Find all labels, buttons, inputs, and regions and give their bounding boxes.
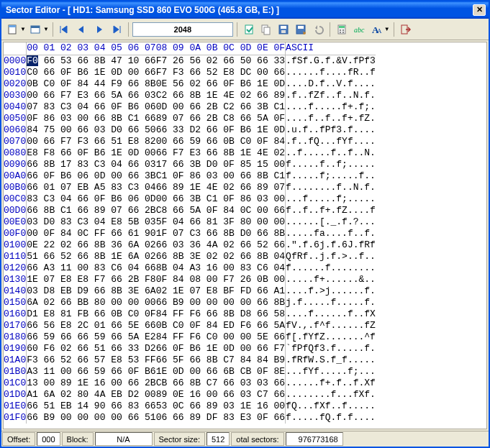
hex-row[interactable]: 0010C0 66 0F B6 1E 0D 00 66F7 F3 66 52 E… xyxy=(4,67,376,78)
ascii-cell[interactable]: f........f..N.f. xyxy=(286,182,376,193)
prev-sector-button[interactable] xyxy=(74,22,90,37)
hex-bytes-cell[interactable]: 66 33 D2 66 0F B6 1E 0D xyxy=(156,124,286,136)
hex-bytes-cell[interactable]: 13 00 89 1E 16 00 66 2B xyxy=(27,378,156,389)
hex-bytes-cell[interactable]: 0F 86 03 00 66 8B C1 66 xyxy=(27,113,156,124)
hex-row[interactable]: 019060 F6 02 66 51 66 33 D266 0F B6 1E 0… xyxy=(4,343,376,355)
hex-bytes-cell[interactable]: 66 59 66 66 59 66 5A E2 xyxy=(27,332,156,343)
sector-number-input[interactable] xyxy=(132,22,233,37)
new-button[interactable] xyxy=(4,22,20,37)
view-button[interactable] xyxy=(27,22,43,37)
hex-row[interactable]: 018066 59 66 66 59 66 5A E284 FF F6 C0 0… xyxy=(4,332,376,343)
hex-bytes-cell[interactable]: 00 0F 84 0C FF 66 61 90 xyxy=(27,228,156,239)
hex-bytes-cell[interactable]: 66 A3 11 00 83 C6 04 66 xyxy=(27,262,156,274)
hex-bytes-cell[interactable]: F7 26 56 02 66 50 66 33 xyxy=(156,55,286,68)
dropdown-icon[interactable]: ▼ xyxy=(20,26,26,32)
hex-row[interactable]: 01C013 00 89 1E 16 00 66 2BCB 66 8B C7 6… xyxy=(4,378,376,389)
copy-button[interactable] xyxy=(258,22,274,37)
hex-bytes-cell[interactable]: 66 51 EB 14 90 66 83 66 xyxy=(27,401,156,412)
hex-row[interactable]: 01301E 07 E8 E8 F7 66 2B F80F 84 08 00 F… xyxy=(4,274,376,285)
hex-row[interactable]: 006084 75 00 66 03 D0 66 5066 33 D2 66 0… xyxy=(4,124,376,136)
hex-bytes-cell[interactable]: 66 89 1E 4E 02 66 89 07 xyxy=(156,182,286,193)
hex-bytes-cell[interactable]: 00 66 3B C1 0F 86 03 00 xyxy=(156,193,286,205)
close-button[interactable]: ✕ xyxy=(473,4,486,16)
ascii-cell[interactable]: .fSf.G.f.&V.fPf3 xyxy=(286,55,376,68)
hex-bytes-cell[interactable]: A1 6A 02 80 4A EB D2 00 xyxy=(27,389,156,401)
ascii-cell[interactable]: ...fYf.....f;... xyxy=(286,366,376,378)
hex-bytes-cell[interactable]: 0E 22 02 66 8B 36 6A 02 xyxy=(27,239,156,251)
hex-row[interactable]: 01E066 51 EB 14 90 66 83 6653 0C 66 89 0… xyxy=(4,401,376,412)
ascii-cell[interactable]: .....f+......&.. xyxy=(286,274,376,285)
ascii-cell[interactable]: fV.,.f^f......fZ xyxy=(286,320,376,332)
hex-bytes-cell[interactable]: 00 66 59 66 0B C0 0F 84 xyxy=(156,136,286,147)
hex-row[interactable]: 0000F0 66 53 66 8B 47 10 66F7 26 56 02 6… xyxy=(4,55,376,68)
hex-bytes-cell[interactable]: 0B C0 0F 84 ED F6 66 5A xyxy=(156,320,286,332)
hex-row[interactable]: 003000 66 F7 E3 66 5A 66 03C2 66 8B 1E 4… xyxy=(4,90,376,101)
dropdown-icon[interactable]: ▼ xyxy=(43,26,49,32)
hex-bytes-cell[interactable]: D1 E8 81 FB 66 0B C0 0F xyxy=(27,308,156,320)
hex-bytes-cell[interactable]: 00 66 F7 E3 66 5A 66 03 xyxy=(27,90,156,101)
last-sector-button[interactable] xyxy=(109,22,124,37)
ascii-cell[interactable]: `fPfQf3.f.....f. xyxy=(286,343,376,355)
ascii-cell[interactable]: .u.f..fPf3.f.... xyxy=(286,124,376,136)
hex-row[interactable]: 00200B C0 0F 84 44 F9 66 8B0E 56 02 66 0… xyxy=(4,78,376,90)
hex-row[interactable]: 0080E8 F8 66 0F B6 1E 0D 0066 F7 E3 66 8… xyxy=(4,147,376,159)
hex-bytes-cell[interactable]: 1E 0D 00 66 6B CB 0F 8E xyxy=(156,366,286,378)
ascii-cell[interactable]: f.....f;.....f.. xyxy=(286,170,376,182)
hex-row[interactable]: 00A066 0F B6 06 0D 00 66 3BC1 0F 86 03 0… xyxy=(4,170,376,182)
hex-row[interactable]: 01B0A3 11 00 66 59 66 0F B61E 0D 00 66 6… xyxy=(4,366,376,378)
hex-bytes-cell[interactable]: 66 8B C1 66 89 07 66 2B xyxy=(27,205,156,216)
ascii-cell[interactable]: ...f.....f;..... xyxy=(286,193,376,205)
dropdown-icon[interactable]: ▼ xyxy=(384,26,390,32)
hex-bytes-cell[interactable]: 53 0C 66 89 03 1E 16 00 xyxy=(156,401,286,412)
ascii-cell[interactable]: .".f.6j.f.6J.fRf xyxy=(286,239,376,251)
hex-bytes-cell[interactable]: CB 66 8B C7 66 03 03 66 xyxy=(156,378,286,389)
hex-bytes-cell[interactable]: 66 0F B6 1E 0D 00 66 F7 xyxy=(156,343,286,355)
ascii-cell[interactable]: ....f..f..f+.fZ. xyxy=(286,113,376,124)
hex-bytes-cell[interactable]: 66 01 07 EB A5 83 C3 04 xyxy=(27,182,156,193)
hex-bytes-cell[interactable]: E8 F8 66 0F B6 1E 0D 00 xyxy=(27,147,156,159)
hex-bytes-cell[interactable]: C2 66 8B 1E 4E 02 66 89 xyxy=(156,90,286,101)
hex-bytes-cell[interactable]: C8 66 5A 0F 84 0C 00 66 xyxy=(156,205,286,216)
hex-bytes-cell[interactable]: 0D 00 66 2B C2 66 3B C1 xyxy=(156,101,286,113)
ascii-cell[interactable]: ........f...fXf. xyxy=(286,389,376,401)
ascii-cell[interactable]: f.....fQ.f.f.... xyxy=(286,412,376,424)
hex-row[interactable]: 017066 56 E8 2C 01 66 5E 660B C0 0F 84 E… xyxy=(4,320,376,332)
undo-button[interactable] xyxy=(310,22,326,37)
hex-row[interactable]: 01A0F3 66 52 66 57 E8 53 FF66 5F 66 8B C… xyxy=(4,355,376,366)
ascii-cell[interactable]: ....f.>j......f. xyxy=(286,285,376,297)
hex-row[interactable]: 004007 83 C3 04 66 0F B6 060D 00 66 2B C… xyxy=(4,101,376,113)
hex-bytes-cell[interactable]: 83 C3 04 66 0F B6 06 0D xyxy=(27,193,156,205)
hex-bytes-cell[interactable]: 66 8B 17 83 C3 04 66 03 xyxy=(27,159,156,170)
hex-bytes-cell[interactable]: C1 0F 86 03 00 66 8B C1 xyxy=(156,170,286,182)
ascii-cell[interactable]: j.f.....f.....f. xyxy=(286,297,376,308)
hex-bytes-cell[interactable]: F7 F3 66 52 E8 DC 00 66 xyxy=(156,67,286,78)
first-sector-button[interactable] xyxy=(57,22,73,37)
hex-row[interactable]: 00C083 C3 04 66 0F B6 06 0D00 66 3B C1 0… xyxy=(4,193,376,205)
hex-bytes-cell[interactable]: 5F 04 66 81 3F 80 00 00 xyxy=(156,216,286,228)
hex-bytes-cell[interactable]: 02 1E 07 E8 BF FD 66 A1 xyxy=(156,285,286,297)
hex-bytes-cell[interactable]: 6A 02 66 BB 80 00 00 00 xyxy=(27,297,156,308)
ascii-cell[interactable]: ....D.f..V.f.... xyxy=(286,78,376,90)
ascii-cell[interactable]: .f..fQ...fYf.... xyxy=(286,136,376,147)
find-button[interactable]: abc xyxy=(351,22,367,37)
exit-button[interactable] xyxy=(398,22,414,37)
hex-bytes-cell[interactable]: 07 83 C3 04 66 0F B6 06 xyxy=(27,101,156,113)
hex-bytes-cell[interactable]: C0 66 0F B6 1E 0D 00 66 xyxy=(27,67,156,78)
hex-row[interactable]: 01F066 B9 00 00 00 00 66 5106 66 89 DF 8… xyxy=(4,412,376,424)
ascii-cell[interactable]: ..f.....f..f..N. xyxy=(286,147,376,159)
ascii-cell[interactable]: f[.fYfZ.......^f xyxy=(286,332,376,343)
hex-row[interactable]: 007000 66 F7 F3 66 51 E8 8200 66 59 66 0… xyxy=(4,136,376,147)
hex-bytes-cell[interactable]: 84 75 00 66 03 D0 66 50 xyxy=(27,124,156,136)
hex-bytes-cell[interactable]: 00 66 F7 F3 66 51 E8 82 xyxy=(27,136,156,147)
ascii-cell[interactable]: ....f.....f+.f;. xyxy=(286,101,376,113)
ascii-cell[interactable]: .fRfW.S.f_f..... xyxy=(286,355,376,366)
hex-bytes-cell[interactable]: 89 0E 16 00 66 03 C7 66 xyxy=(156,389,286,401)
hex-bytes-cell[interactable]: 89 07 66 2B C8 66 5A 0F xyxy=(156,113,286,124)
hex-bytes-cell[interactable]: F0 66 53 66 8B 47 10 66 xyxy=(27,55,156,68)
hex-row[interactable]: 01506A 02 66 BB 80 00 00 0066 B9 00 00 0… xyxy=(4,297,376,308)
hex-row[interactable]: 00B066 01 07 EB A5 83 C3 0466 89 1E 4E 0… xyxy=(4,182,376,193)
hex-bytes-cell[interactable]: 84 FF F6 66 8B D8 66 58 xyxy=(156,308,286,320)
font-button[interactable]: AA xyxy=(368,22,384,37)
hex-row[interactable]: 012066 A3 11 00 83 C6 04 668B 04 A3 16 0… xyxy=(4,262,376,274)
hex-bytes-cell[interactable]: 03 D0 83 C3 04 E8 5B 03 xyxy=(27,216,156,228)
